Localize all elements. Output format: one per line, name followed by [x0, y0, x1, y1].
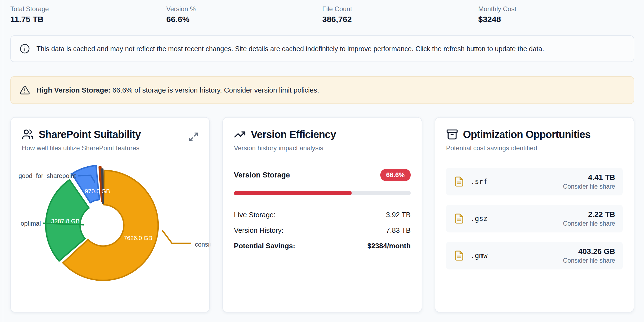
info-banner-text: This data is cached and may not reflect …: [36, 45, 544, 53]
warning-banner: High Version Storage: 66.6% of storage i…: [10, 76, 634, 104]
expand-icon[interactable]: [188, 132, 199, 143]
card-title: Optimization Opportunities: [463, 129, 591, 140]
file-extension: .gsz: [471, 214, 488, 223]
warning-banner-text: High Version Storage: 66.6% of storage i…: [36, 86, 319, 94]
card-subtitle: Version history impact analysis: [234, 144, 410, 152]
opportunity-row: .srf 4.41 TB Consider file share: [446, 168, 623, 195]
opportunity-note: Consider file share: [563, 219, 615, 228]
opportunities-list: .srf 4.41 TB Consider file share: [446, 168, 623, 269]
left-divider: [3, 0, 3, 322]
stats-row: Total Storage 11.75 TB Version % 66.6% F…: [10, 0, 634, 25]
dashboard-page: Total Storage 11.75 TB Version % 66.6% F…: [0, 0, 644, 322]
info-banner: This data is cached and may not reflect …: [10, 35, 634, 62]
stat-label: Monthly Cost: [478, 4, 634, 14]
row-value: 3.92 TB: [386, 211, 411, 219]
stat-label: Version %: [166, 4, 322, 14]
version-storage-label: Version Storage: [234, 171, 290, 179]
cards-row: SharePoint Suitability How well files ut…: [10, 117, 634, 312]
opportunity-row: .gmw 403.26 GB Consider file share: [446, 242, 623, 269]
row-label: Potential Savings:: [234, 242, 295, 250]
opportunity-note: Consider file share: [563, 182, 615, 191]
version-history-row: Version History: 7.83 TB: [234, 223, 410, 238]
version-storage-progress: [234, 191, 410, 195]
donut-value-label: 7626.0 GB: [124, 235, 152, 241]
version-storage-metric: Version Storage 66.6%: [234, 169, 410, 181]
file-text-icon: [454, 176, 465, 187]
suitability-donut: 7626.0 GB3287.8 GB970.0 GBconsider_optim…: [11, 158, 210, 311]
card-header: Optimization Opportunities: [446, 128, 623, 140]
row-value: 7.83 TB: [386, 226, 411, 235]
stat-value: 386,762: [322, 14, 478, 25]
donut-category-label: consider_: [195, 241, 210, 248]
opportunity-size: 403.26 GB: [563, 247, 615, 256]
file-text-icon: [454, 213, 465, 224]
stat-value: $3248: [478, 14, 634, 25]
info-icon: [20, 44, 30, 54]
stat-value: 11.75 TB: [10, 14, 166, 25]
warning-icon: [20, 85, 30, 95]
stat-monthly-cost: Monthly Cost $3248: [478, 4, 634, 25]
card-header: SharePoint Suitability: [22, 128, 198, 140]
card-subtitle: How well files utilize SharePoint featur…: [22, 144, 198, 152]
opportunity-size: 2.22 TB: [563, 210, 615, 219]
stat-version-percent: Version % 66.6%: [166, 4, 322, 25]
donut-leader-line: [162, 230, 191, 243]
row-label: Live Storage:: [234, 211, 275, 219]
version-storage-progress-fill: [234, 191, 351, 195]
users-icon: [22, 128, 34, 140]
stat-total-storage: Total Storage 11.75 TB: [10, 4, 166, 25]
donut-category-label: optimal: [21, 220, 41, 227]
donut-slice-sliver-4[interactable]: [102, 169, 103, 203]
stat-value: 66.6%: [166, 14, 322, 25]
card-subtitle: Potential cost savings identified: [446, 144, 623, 152]
stat-label: Total Storage: [10, 4, 166, 14]
opportunity-note: Consider file share: [563, 256, 615, 265]
row-label: Version History:: [234, 226, 283, 235]
potential-savings-row: Potential Savings: $2384/month: [234, 238, 410, 254]
optimization-opportunities-card: Optimization Opportunities Potential cos…: [435, 117, 634, 312]
stat-label: File Count: [322, 4, 478, 14]
trending-up-icon: [234, 128, 246, 140]
opportunity-row: .gsz 2.22 TB Consider file share: [446, 205, 623, 232]
card-title: Version Efficiency: [251, 129, 336, 140]
opportunity-size: 4.41 TB: [563, 173, 615, 182]
version-percent-badge: 66.6%: [380, 169, 411, 181]
stat-file-count: File Count 386,762: [322, 4, 478, 25]
warning-body: 66.6% of storage is version history. Con…: [111, 86, 319, 94]
card-title: SharePoint Suitability: [39, 129, 141, 140]
sharepoint-suitability-card: SharePoint Suitability How well files ut…: [10, 117, 210, 312]
file-extension: .gmw: [471, 252, 488, 260]
file-text-icon: [454, 250, 465, 261]
archive-icon: [446, 128, 458, 140]
row-value: $2384/month: [367, 242, 411, 250]
version-efficiency-card: Version Efficiency Version history impac…: [222, 117, 422, 312]
card-header: Version Efficiency: [234, 128, 410, 140]
file-extension: .srf: [471, 177, 488, 186]
donut-value-label: 970.0 GB: [85, 188, 110, 195]
efficiency-rows: Live Storage: 3.92 TB Version History: 7…: [234, 207, 410, 254]
warning-title: High Version Storage:: [36, 86, 111, 94]
donut-category-label: good_for_sharepoint: [19, 172, 76, 179]
live-storage-row: Live Storage: 3.92 TB: [234, 207, 410, 223]
